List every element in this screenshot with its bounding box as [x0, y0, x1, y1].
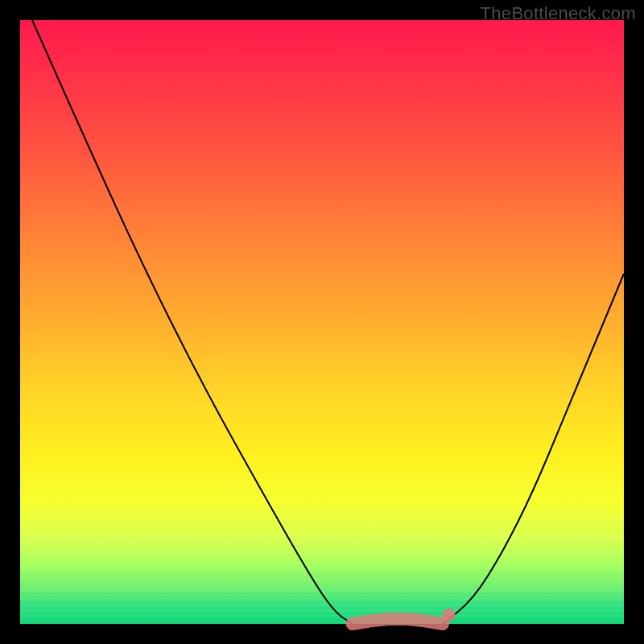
- curve-right-curve: [443, 274, 624, 624]
- marker-dot: [443, 609, 456, 621]
- curve-layer: [20, 20, 624, 624]
- plot-area: [20, 20, 624, 624]
- chart-frame: TheBottleneck.com: [0, 0, 644, 644]
- curve-left-curve: [32, 20, 353, 624]
- marker-band: [353, 619, 444, 624]
